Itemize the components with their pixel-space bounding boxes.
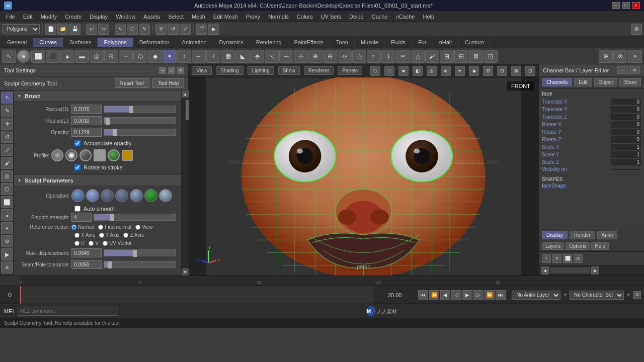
layer-icon3[interactable]: ⬜ [563, 254, 572, 263]
menu-cache[interactable]: Cache [368, 13, 392, 21]
tb2-detach[interactable]: ⊸ [279, 50, 293, 63]
cb-scroll-right[interactable]: ▶ [591, 266, 599, 275]
dsub-options[interactable]: Options [566, 242, 590, 250]
ref-xaxis-radio[interactable] [74, 233, 79, 238]
step-fwd-frame[interactable]: ▷ [473, 290, 484, 300]
menu-mesh[interactable]: Mesh [188, 13, 209, 21]
op-globe[interactable] [144, 189, 157, 202]
anim-settings-btn[interactable]: ⚙ [633, 291, 641, 299]
menu-window[interactable]: Window [112, 13, 139, 21]
ref-v-radio[interactable] [89, 241, 94, 246]
menu-edit-mesh[interactable]: Edit Mesh [209, 13, 242, 21]
tb2-append[interactable]: + [206, 50, 220, 63]
vp-icon8[interactable]: ◆ [469, 66, 479, 76]
tb2-soccer[interactable]: ⬡ [133, 50, 147, 63]
ref-uvvector-radio[interactable] [103, 241, 108, 246]
radius-l-slider[interactable] [104, 117, 176, 124]
tb2-average[interactable]: ≈ [367, 50, 381, 63]
char-set-selector[interactable]: No Character Set [570, 291, 624, 300]
snap-icon[interactable]: ⌖ [1, 222, 13, 234]
scroll-up-btn[interactable]: ▲ [182, 90, 189, 98]
ref-zaxis-radio[interactable] [123, 233, 128, 238]
tb2-chamfer[interactable]: ⬘ [250, 50, 264, 63]
skip-fwd-btn[interactable]: ⏭ [496, 290, 506, 300]
tb2-fill[interactable]: ▦ [221, 50, 235, 63]
tb2-sphere[interactable]: ● [17, 50, 31, 63]
profile-globe[interactable] [108, 149, 120, 161]
play-fwd-btn[interactable]: ▶ [462, 290, 472, 300]
cb-val-scale-y[interactable]: 1 [611, 151, 641, 158]
ipr-btn[interactable]: ▶ [208, 24, 219, 35]
tb2-snap3[interactable]: ⌖ [628, 50, 642, 63]
dsub-layers[interactable]: Layers [542, 242, 564, 250]
layer-icon2[interactable]: ≡ [552, 254, 561, 263]
menu-edit[interactable]: Edit [19, 13, 37, 21]
tab-fluids[interactable]: Fluids [385, 38, 412, 47]
play-back-btn[interactable]: ◁ [451, 290, 461, 300]
tb2-separate[interactable]: ⊠ [469, 50, 483, 63]
smooth-strength-input[interactable] [71, 213, 92, 222]
tb2-active1[interactable]: ✦ [163, 50, 177, 63]
tb2-cone[interactable]: ▲ [60, 50, 74, 63]
tab-general[interactable]: General [1, 38, 33, 47]
tab-animation[interactable]: Animation [176, 38, 213, 47]
component-icon[interactable]: ⬥ [1, 209, 13, 221]
paint-tool-icon[interactable]: 🖌 [1, 157, 13, 169]
tb2-boolean[interactable]: ⊞ [440, 50, 454, 63]
paint-btn[interactable]: ✎ [139, 24, 150, 35]
tool-settings-close[interactable]: ✕ [177, 67, 184, 74]
select-tool-icon[interactable]: ↖ [1, 92, 13, 104]
ruler-bar[interactable]: 0 5 10 15 20 [20, 276, 498, 286]
ref-view-radio[interactable] [135, 225, 140, 230]
menu-modify[interactable]: Modify [37, 13, 61, 21]
profile-square[interactable] [94, 149, 106, 161]
tb2-cube[interactable]: ⬜ [31, 50, 45, 63]
tb2-cylinder[interactable]: ⬛ [46, 50, 60, 63]
tab-surfaces[interactable]: Surfaces [63, 38, 98, 47]
step-back-btn[interactable]: ⏪ [429, 290, 439, 300]
render-btn[interactable]: 🎬 [196, 24, 207, 35]
layer-icon1[interactable]: + [542, 254, 551, 263]
viewport-3d[interactable]: FRONT persp Y X Z www.rr-sc.com www.rr-s… [189, 77, 538, 276]
vp-icon9[interactable]: ⊞ [483, 66, 493, 76]
vp-icon1[interactable]: ⬡ [370, 66, 380, 76]
vp-icon4[interactable]: ◧ [413, 66, 423, 76]
menu-uvsets[interactable]: UV Sets [317, 13, 345, 21]
cb-val-scale-z[interactable]: 1 [611, 159, 641, 165]
sculpt-tool-icon[interactable]: ✎ [1, 105, 13, 117]
cb-scrollbar[interactable] [550, 267, 590, 274]
brush-section-header[interactable]: ▼ Brush [14, 90, 181, 102]
vp-icon6[interactable]: ⊕ [441, 66, 451, 76]
max-displacement-input[interactable] [71, 248, 102, 257]
select-btn[interactable]: ↖ [115, 24, 126, 35]
vp-icon7[interactable]: ✦ [455, 66, 465, 76]
cb-tab-object[interactable]: Object [594, 78, 618, 86]
tb2-mirror[interactable]: ⊡ [484, 50, 498, 63]
ref-first-normal-radio[interactable] [98, 225, 103, 230]
menu-create[interactable]: Create [61, 13, 86, 21]
open-scene-btn[interactable]: 📁 [57, 24, 68, 35]
tb2-platonic[interactable]: ◆ [148, 50, 162, 63]
undo-btn[interactable]: ↩ [86, 24, 97, 35]
ref-yaxis-radio[interactable] [99, 233, 104, 238]
tab-painteffects[interactable]: PaintEffects [288, 38, 331, 47]
vp-icon11[interactable]: ⊠ [511, 66, 521, 76]
tb2-extrude[interactable]: ↑ [177, 50, 191, 63]
mel-input[interactable] [18, 307, 118, 316]
tb2-split[interactable]: ⊹ [294, 50, 308, 63]
cb-tab-show[interactable]: Show [619, 78, 641, 86]
cb-val-visibility[interactable] [611, 169, 641, 170]
tab-deformation[interactable]: Deformation [133, 38, 176, 47]
scale-btn[interactable]: ⤢ [180, 24, 191, 35]
max-displacement-slider[interactable] [104, 249, 176, 256]
seam-tolerance-slider[interactable] [104, 261, 176, 268]
close-button[interactable]: ✕ [632, 2, 640, 9]
auto-smooth-check[interactable] [74, 206, 80, 212]
tool-help-btn[interactable]: Tool Help [152, 78, 185, 88]
tb2-plane[interactable]: ▬ [75, 50, 89, 63]
tool-settings-maximize[interactable]: □ [168, 67, 175, 74]
step-fwd-btn[interactable]: ⏩ [485, 290, 495, 300]
rotate-btn[interactable]: ↺ [168, 24, 179, 35]
renderer-btn[interactable]: Renderer [304, 66, 334, 75]
tab-nhair[interactable]: nHair [433, 38, 459, 47]
